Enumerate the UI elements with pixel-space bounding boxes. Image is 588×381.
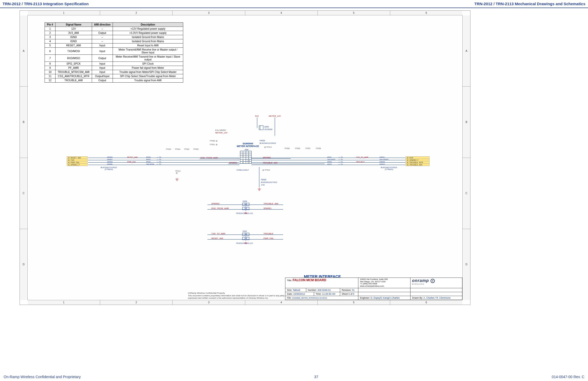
tp512: TP512 — [175, 170, 181, 174]
ruler-right: A B C D — [462, 15, 470, 300]
tp500: TP500 — [210, 140, 217, 142]
esd-net: RESET_AMI — [211, 237, 223, 239]
net-name: TXD_TO_AMR — [356, 156, 368, 158]
page-footer: On-Ramp Wireless Confidential and Propri… — [0, 375, 588, 379]
res-val: ⁓ 33 — [157, 161, 161, 163]
ruler-row: D — [20, 229, 27, 300]
gnd-icon — [175, 177, 179, 181]
svg-rect-21 — [247, 237, 249, 240]
ruler-col: 4 — [245, 11, 318, 15]
table-row: 6TXD/MOSIInputMeter Transmit/AMI Receive… — [45, 48, 183, 55]
ruler-row: C — [463, 158, 470, 229]
esd-ref: D501 — [243, 230, 247, 232]
schematic-title: SGM3000METER INTERFACE — [236, 142, 260, 148]
tp502: TP502 — [184, 148, 189, 150]
table-row: 8SPI2_SPCKInputSPI Clock — [45, 62, 183, 66]
conn-ref: J500 — [244, 149, 248, 151]
power-in-label: 8 to 18VDC — [215, 129, 226, 131]
svg-rect-12 — [242, 207, 245, 210]
table-row: 4IGND--Isolated Ground from Mains — [45, 39, 183, 44]
ruler-col: 6 — [390, 11, 462, 15]
svg-rect-11 — [247, 203, 249, 206]
ruler-top: 1 2 3 4 5 6 — [28, 11, 462, 15]
table-row: 10TROUBLE_MTR/CSM_AMIInputTrouble signal… — [45, 70, 183, 74]
fb509-ref: FB509 — [261, 179, 266, 181]
tp510: TP510 — [262, 169, 270, 171]
svg-point-27 — [432, 280, 433, 281]
res-ref: DNI R503 — [327, 159, 335, 161]
header-title-right: TRN-2012 / TRN-2113 Mechanical Drawings … — [474, 2, 585, 6]
res-val: ⁓ 33 — [338, 159, 343, 161]
fb-ref: FB507 — [379, 163, 385, 165]
esd-net: TROUBLE_AMI — [264, 202, 278, 205]
ruler-col: 5 — [318, 300, 390, 305]
tp503: TP503 — [166, 148, 171, 150]
esd-net: RXD_FROM_AMR — [211, 207, 229, 210]
onramp-logo: onramp — [412, 278, 461, 283]
schematic-sheet: 1 2 3 4 5 6 1 2 3 4 5 6 A B C D A B C D … — [20, 10, 470, 305]
esd-diode-icon — [241, 232, 250, 241]
svg-rect-19 — [247, 233, 249, 236]
res-ref: DNI R506 — [146, 163, 154, 165]
res-val: ⁓ 33 — [157, 159, 161, 161]
net-meter12v: METER_12V — [269, 115, 281, 117]
ruler-col: 1 — [28, 300, 100, 305]
ruler-row: B — [20, 87, 27, 158]
tp501: TP501 — [210, 144, 217, 145]
tp507: TP507 — [305, 148, 311, 149]
svg-rect-13 — [247, 207, 249, 210]
res-ref: R501 — [327, 156, 332, 158]
tp509: TP509 — [316, 148, 321, 149]
fb508-part: BLM15AG121SN1D — [260, 142, 276, 144]
fb-ref: FB501 — [379, 156, 385, 158]
res-val: ⁓ 33 — [338, 156, 343, 158]
th-pin: Pin # — [45, 23, 56, 27]
res-ref: R502 — [146, 159, 151, 161]
ruler-col: 4 — [245, 300, 318, 305]
ruler-row: C — [20, 158, 27, 229]
ruler-row: B — [463, 87, 470, 158]
pin-assignment-table: Pin # Signal Name AMI direction Descript… — [45, 22, 183, 83]
table-row: 5RESET_AMIInputReset Input to AMI — [45, 44, 183, 48]
table-row: 3IGND--Isolated Ground from Mains — [45, 35, 183, 39]
tp508: TP508 — [295, 148, 300, 149]
res-ref: R500 — [146, 156, 151, 158]
res-ref: R504 — [146, 161, 151, 163]
tp505: TP505 — [193, 148, 199, 150]
right-bead-note: BLM15AG121SN1D (3 Places) — [381, 167, 397, 170]
table-row: 7RXD/MISOOutputMeter Receive/AMI Transmi… — [45, 55, 183, 62]
svg-rect-0 — [259, 126, 263, 130]
th-dir: AMI direction — [92, 23, 113, 27]
esd-ref: D500 — [243, 200, 247, 202]
net-name: PWR_FAIL — [127, 161, 136, 163]
ruler-left: A B C D — [20, 15, 28, 300]
fb-ref: FB505 — [379, 161, 385, 163]
title-block: Title: FALCON MCM BOARD 10920 Via Fronte… — [285, 278, 462, 300]
table-row: 112V--+12V Regulated power supply — [45, 27, 183, 31]
esd-net: PWR_FAIL — [264, 237, 274, 239]
header-title-left: TRN-2012 / TRN-2113 Integration Specific… — [3, 2, 89, 6]
ruler-bottom: 1 2 3 4 5 6 — [28, 300, 462, 305]
table-row: 9PF_AMRInputPower fail signal from Meter — [45, 66, 183, 70]
res-val: ⁓ 33 — [157, 163, 161, 165]
conn-part: 67996-212HLF — [237, 169, 249, 171]
table-row: 11CSS_AMI/TROUBLE_MTROutput/InputSPI Chi… — [45, 74, 183, 78]
ruler-col: 1 — [28, 11, 100, 15]
net-name: RESET_AMI — [127, 156, 138, 158]
tp514: TP514 — [264, 146, 272, 148]
ruler-col: 6 — [390, 300, 462, 305]
table-row: 23V3_AMIOutput+3.3VV Regulated power sup… — [45, 31, 183, 35]
net-flag: M_SPARE1_F — [67, 163, 88, 166]
q500-part: 2N7002W — [264, 128, 272, 130]
net-3v3: 3V3 — [255, 115, 259, 117]
ruler-row: D — [463, 229, 470, 300]
ruler-row: A — [463, 15, 470, 87]
q500-ref: Q500 — [264, 126, 269, 128]
ruler-col: 2 — [100, 300, 173, 305]
tp504: TP504 — [175, 148, 180, 150]
th-desc: Description — [113, 23, 183, 27]
gnd-icon — [244, 241, 248, 244]
net-name: TROUBLE — [356, 161, 365, 163]
svg-rect-18 — [242, 233, 245, 236]
gnd-icon — [244, 211, 248, 214]
